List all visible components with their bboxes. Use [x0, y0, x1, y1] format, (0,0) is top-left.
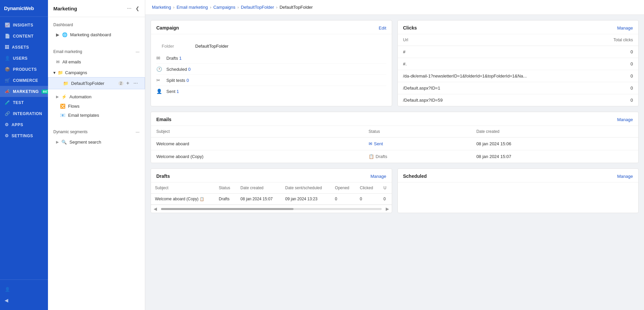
settings-icon: ⚙: [5, 133, 9, 138]
clicks-body: Url Total clicks # 0 #. 0 /da-dk/email-1…: [398, 34, 639, 106]
stat-row-sent: 👤 Sent 1: [156, 86, 386, 97]
sidebar-item-marketing-dashboard[interactable]: ▶ 🌐 Marketing dashboard: [48, 30, 145, 40]
nav-item-marketing[interactable]: 📣 MARKETING BETA: [0, 86, 48, 97]
drafts-col-opened: Opened: [331, 183, 356, 194]
nav-item-integration[interactable]: 🔗 INTEGRATION: [0, 108, 48, 119]
nav-item-assets[interactable]: 🖼 ASSETS: [0, 42, 48, 53]
insights-icon: 📈: [5, 22, 10, 28]
breadcrumb-sep-4: ›: [276, 5, 277, 10]
nav-item-collapse[interactable]: ◀: [0, 295, 48, 306]
email-marketing-section: Email marketing ··· ✉ All emails ▾ 📁 Cam…: [48, 44, 145, 124]
emails-card: Emails Manage Subject Status Date create…: [151, 112, 639, 163]
sent-stat-icon: 👤: [156, 89, 163, 94]
folder-more-button[interactable]: ···: [132, 80, 139, 87]
clicks-card-title: Clicks: [403, 25, 417, 31]
breadcrumb-campaigns[interactable]: Campaigns: [213, 5, 235, 10]
drafts-col-status: Status: [215, 183, 236, 194]
nav-item-products[interactable]: 📦 PRODUCTS: [0, 64, 48, 75]
flows-icon: 🔀: [60, 104, 65, 109]
sent-stat-text: Sent 1: [166, 89, 179, 94]
email-date-cell: 08 jan 2024 15:06: [471, 138, 638, 150]
draft-clicked-cell: 0: [356, 194, 379, 205]
nav-item-settings[interactable]: ⚙ SETTINGS: [0, 130, 48, 141]
emails-table-row: Welcome aboard ✉ Sent 08 jan 2024 15:06: [151, 138, 638, 150]
scroll-track[interactable]: [161, 208, 382, 210]
scheduled-stat-text: Scheduled 0: [166, 67, 191, 72]
breadcrumb-sep-3: ›: [237, 5, 239, 10]
marketing-icon: 📣: [5, 89, 10, 94]
nav-label-products: PRODUCTS: [13, 67, 37, 72]
test-icon: 🧪: [5, 100, 10, 105]
dynamic-segments-header: Dynamic segments ···: [48, 128, 145, 137]
nav-item-commerce[interactable]: 🛒 COMMERCE: [0, 75, 48, 86]
sidebar-item-all-emails[interactable]: ✉ All emails: [48, 57, 145, 67]
clicks-manage-button[interactable]: Manage: [617, 25, 633, 31]
marketing-dashboard-icon: ▶: [56, 32, 59, 37]
nav-label-insights: INSIGHTS: [13, 23, 34, 28]
nav-item-apps[interactable]: ⚙ APPS: [0, 119, 48, 130]
segment-search-label: Segment search: [69, 140, 101, 145]
sidebar-item-default-top-folder[interactable]: 📁 DefaultTopFolder 2 + ···: [48, 77, 145, 89]
automation-icon: ⚡: [61, 94, 67, 99]
sidebar-item-flows[interactable]: 🔀 Flows: [48, 102, 145, 111]
breadcrumb: Marketing › Email marketing › Campaigns …: [145, 0, 644, 15]
commerce-icon: 🛒: [5, 78, 10, 83]
clicks-count-cell: 0: [583, 70, 638, 82]
drafts-stat-icon: ✉: [156, 55, 163, 61]
nav-item-content[interactable]: 📄 CONTENT: [0, 31, 48, 42]
campaign-stats: ✉ Drafts 1 🕐 Scheduled 0 ✂ Split tests 0…: [156, 53, 386, 97]
folder-add-button[interactable]: +: [125, 80, 130, 87]
sidebar-item-segment-search[interactable]: ▶ 🔍 Segment search: [48, 137, 145, 147]
breadcrumb-sep-2: ›: [210, 5, 211, 10]
split-tests-stat-icon: ✂: [156, 78, 163, 83]
secondary-collapse-button[interactable]: ❮: [136, 6, 140, 11]
breadcrumb-default-top-folder[interactable]: DefaultTopFolder: [241, 5, 274, 10]
emails-manage-button[interactable]: Manage: [617, 117, 633, 122]
main-content: Marketing › Email marketing › Campaigns …: [145, 0, 644, 310]
nav-item-insights[interactable]: 📈 INSIGHTS: [0, 19, 48, 31]
clicks-card: Clicks Manage Url Total clicks # 0 #. 0 …: [397, 20, 639, 106]
campaigns-subsection: ▾ 📁 Campaigns 📁 DefaultTopFolder 2 + ···: [48, 67, 145, 92]
drafts-card: Drafts Manage Subject Status Date create…: [151, 168, 392, 213]
email-templates-icon: 📧: [60, 113, 65, 118]
clicks-card-header: Clicks Manage: [398, 20, 639, 34]
email-status-cell: 📋 Drafts: [363, 150, 471, 163]
scroll-left-arrow[interactable]: ◀: [151, 206, 160, 211]
dynamic-segments-more-button[interactable]: ···: [136, 129, 140, 135]
emails-table-row: Welcome aboard (Copy) 📋 Drafts 08 jan 20…: [151, 150, 638, 163]
sidebar-item-email-templates[interactable]: 📧 Email templates: [48, 111, 145, 120]
clicks-url-cell: /da-dk/email-1?newsletterID=1&folderId=1…: [398, 70, 583, 82]
secondary-header-actions: ··· ❮: [126, 5, 140, 12]
draft-opened-cell: 0: [331, 194, 356, 205]
marketing-dashboard-label: Marketing dashboard: [70, 32, 111, 37]
nav-label-content: CONTENT: [13, 34, 34, 39]
nav-item-profile[interactable]: 👤: [0, 284, 48, 295]
drafts-manage-button[interactable]: Manage: [371, 174, 386, 179]
campaign-edit-button[interactable]: Edit: [379, 25, 386, 31]
dashboard-section: Dashboard ▶ 🌐 Marketing dashboard: [48, 17, 145, 44]
dynamic-segments-title: Dynamic segments: [53, 130, 88, 134]
sidebar-item-automation[interactable]: ▶ ⚡ Automation: [48, 92, 145, 102]
emails-col-date: Date created: [471, 126, 638, 138]
breadcrumb-email-marketing[interactable]: Email marketing: [176, 5, 208, 10]
breadcrumb-marketing[interactable]: Marketing: [152, 5, 171, 10]
drafts-card-header: Drafts Manage: [151, 169, 392, 183]
nav-item-test[interactable]: 🧪 TEST: [0, 97, 48, 108]
secondary-more-button[interactable]: ···: [126, 5, 133, 12]
draft-u-cell: 0: [379, 194, 391, 205]
breadcrumb-sep-1: ›: [173, 5, 174, 10]
campaign-body: Folder DefaultTopFolder ✉ Drafts 1 🕐 Sch…: [151, 34, 392, 102]
secondary-header: Marketing ··· ❮: [48, 0, 145, 17]
status-icon: 📋: [369, 154, 374, 159]
scroll-right-arrow[interactable]: ▶: [383, 206, 392, 211]
clicks-count-cell: 0: [583, 46, 638, 58]
drafts-card-title: Drafts: [156, 173, 170, 179]
nav-item-users[interactable]: 👤 USERS: [0, 53, 48, 64]
scheduled-manage-button[interactable]: Manage: [617, 174, 633, 179]
scheduled-card-header: Scheduled Manage: [398, 169, 639, 183]
clicks-url-cell: #: [398, 46, 583, 58]
integration-icon: 🔗: [5, 111, 10, 116]
email-templates-label: Email templates: [68, 113, 99, 118]
campaigns-subsection-header[interactable]: ▾ 📁 Campaigns: [48, 68, 145, 77]
email-marketing-more-button[interactable]: ···: [136, 49, 140, 54]
